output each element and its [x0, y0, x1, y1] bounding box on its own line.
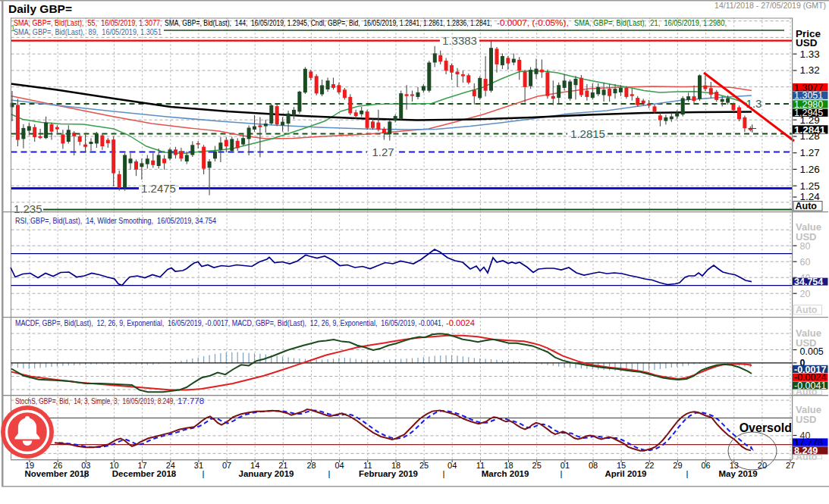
svg-text:-0.0007, (-0.05%),: -0.0007, (-0.05%), — [497, 18, 571, 27]
svg-text:06: 06 — [701, 461, 710, 470]
svg-text:1.25: 1.25 — [800, 180, 820, 192]
svg-text:1.2815: 1.2815 — [570, 127, 605, 140]
svg-text:04: 04 — [334, 461, 344, 470]
svg-text:20: 20 — [800, 289, 811, 299]
svg-text:07: 07 — [222, 461, 231, 470]
svg-text:StochS, GBP=, Bid, 14, 3, Sim: StochS, GBP=, Bid, 14, 3, Simple, 3, 16/… — [15, 396, 177, 405]
svg-text:60: 60 — [800, 257, 811, 268]
svg-text:27: 27 — [786, 461, 795, 470]
svg-text:08: 08 — [589, 461, 598, 470]
svg-text:|: | — [561, 469, 563, 478]
svg-text:|: | — [443, 469, 445, 478]
svg-text:December 2018: December 2018 — [112, 469, 177, 478]
svg-text:USD: USD — [796, 414, 816, 425]
svg-text:SMA, GBP=, Bid(Last), 21, 16: SMA, GBP=, Bid(Last), 21, 16/05/2019, 1.… — [574, 18, 727, 27]
svg-text:25: 25 — [419, 461, 429, 470]
svg-text:SMA, GBP=, Bid(Last), 55, 16: SMA, GBP=, Bid(Last), 55, 16/05/2019, 1.… — [14, 18, 164, 27]
svg-text:March 2019: March 2019 — [482, 469, 529, 478]
svg-text:|: | — [686, 469, 689, 478]
svg-text:1.26: 1.26 — [800, 164, 820, 175]
svg-text:25: 25 — [532, 461, 542, 470]
svg-text:April 2019: April 2019 — [605, 469, 647, 478]
svg-text:0.005: 0.005 — [800, 346, 824, 357]
svg-text:1.3383: 1.3383 — [442, 34, 477, 47]
svg-text:34.754: 34.754 — [794, 277, 823, 287]
svg-text:RSI, GBP=, Bid(Last), 14, Wil: RSI, GBP=, Bid(Last), 14, Wilder Smoothi… — [15, 216, 216, 225]
svg-text:1.2475: 1.2475 — [141, 182, 176, 195]
svg-text:MACDF, GBP=, Bid(Last), 12, 2: MACDF, GBP=, Bid(Last), 12, 26, 9, Expon… — [15, 318, 445, 327]
svg-text:1.27: 1.27 — [372, 146, 394, 158]
svg-text:Daily GBP=: Daily GBP= — [8, 2, 72, 15]
svg-text:1.32: 1.32 — [800, 64, 820, 76]
svg-text:80: 80 — [800, 241, 811, 252]
svg-text:17.778: 17.778 — [177, 396, 204, 405]
svg-text:1.33: 1.33 — [800, 49, 820, 60]
svg-text:Auto: Auto — [796, 452, 818, 462]
svg-text:SMA, GBP=, Bid(Last), 144, 1: SMA, GBP=, Bid(Last), 144, 16/05/2019, 1… — [165, 18, 494, 27]
svg-text:28: 28 — [306, 461, 316, 470]
svg-text:Auto: Auto — [796, 201, 818, 211]
svg-text:|: | — [328, 469, 331, 478]
svg-text:20: 20 — [758, 461, 767, 470]
svg-text:1.235: 1.235 — [14, 202, 42, 215]
svg-text:29: 29 — [673, 461, 682, 470]
svg-text:Oversold: Oversold — [740, 421, 792, 434]
svg-text:May 2019: May 2019 — [718, 469, 757, 478]
svg-text:November 2018: November 2018 — [24, 469, 89, 478]
svg-text:|: | — [203, 469, 205, 478]
svg-text:Auto: Auto — [796, 305, 818, 315]
svg-text:04: 04 — [447, 461, 457, 470]
svg-text:1.3: 1.3 — [746, 97, 762, 110]
svg-text:14/11/2018 - 27/05/2019 (GMT): 14/11/2018 - 27/05/2019 (GMT) — [714, 1, 826, 10]
svg-text:January 2019: January 2019 — [239, 469, 294, 478]
svg-text:-0.0024: -0.0024 — [446, 318, 475, 327]
svg-text:February 2019: February 2019 — [359, 469, 418, 478]
svg-text:SMA, GBP=, Bid(Last), 89, 16: SMA, GBP=, Bid(Last), 89, 16/05/2019, 1.… — [14, 27, 162, 36]
svg-text:1.28: 1.28 — [800, 130, 820, 142]
svg-text:1.27: 1.27 — [800, 147, 820, 158]
svg-text:USD: USD — [796, 37, 818, 49]
svg-text:|: | — [84, 469, 86, 478]
